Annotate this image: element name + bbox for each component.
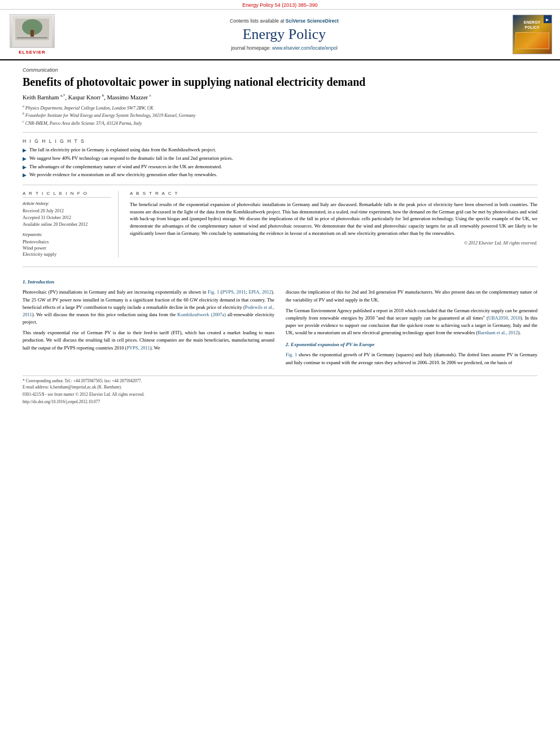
issn-line: 0301-4215/$ - see front matter © 2012 El… — [23, 392, 537, 397]
abstract-paragraph: The beneficial results of the exponentia… — [130, 201, 537, 237]
date-received: Received 20 July 2012 — [23, 208, 111, 214]
keyword-1: Photovoltaics — [23, 239, 111, 244]
abstract-col: A B S T R A C T The beneficial results o… — [130, 191, 537, 258]
homepage-line: journal homepage: www.elsevier.com/locat… — [231, 45, 338, 51]
footnote-star: * Corresponding author. Tel.: +44 207594… — [23, 378, 142, 383]
doi-line: http://dx.doi.org/10.1016/j.enpol.2012.1… — [23, 399, 537, 404]
highlight-1: ▶ The fall in electricity price in Germa… — [23, 147, 537, 154]
article-title: Benefits of photovoltaic power in supply… — [23, 75, 537, 89]
highlights-section: H I G H L I G H T S ▶ The fall in electr… — [23, 138, 537, 178]
issn-text: 0301-4215/$ - see front matter © 2012 El… — [23, 392, 145, 397]
footnote-email-line: E-mail address: k.barnham@imperial.ac.uk… — [23, 385, 537, 390]
elsevier-image — [10, 14, 55, 48]
highlight-4: ▶ We provide evidence for a moratorium o… — [23, 172, 537, 179]
section2-col2-para1: Fig. 1 shows the exponential growth of P… — [286, 351, 537, 366]
footnote-star-line: * Corresponding author. Tel.: +44 207594… — [23, 378, 537, 383]
epia2012-link[interactable]: EPIA, 2012 — [248, 289, 272, 295]
section1-col2-para1: discuss the implication of this for 2nd … — [286, 289, 537, 303]
footnote-section: * Corresponding author. Tel.: +44 207594… — [23, 375, 537, 404]
svg-rect-3 — [30, 30, 34, 37]
author-sup-c: c — [150, 93, 151, 98]
highlight-arrow-1: ▶ — [23, 147, 27, 154]
section2-title: 2. Exponential expansion of PV in Europe — [286, 341, 537, 349]
divider-3 — [23, 267, 537, 267]
svg-rect-4 — [17, 37, 47, 38]
article-info-heading: A R T I C L E I N F O — [23, 191, 111, 198]
footnote-email: E-mail address: k.barnham@imperial.ac.uk… — [23, 385, 122, 390]
article-info-col: A R T I C L E I N F O Article history: R… — [23, 191, 119, 258]
sciverse-line: Contents lists available at SciVerse Sci… — [230, 18, 339, 24]
body-col-right: discuss the implication of this for 2nd … — [286, 278, 537, 369]
divider-1 — [23, 132, 537, 133]
affiliation-a: a Physics Department, Imperial College L… — [23, 104, 537, 112]
date-accepted: Accepted 31 October 2012 — [23, 215, 111, 221]
badge-image: ▶ ENERGYPOLICY — [513, 15, 552, 54]
affiliation-c: c CNR-IMEM, Parco Area delle Scienze 37/… — [23, 119, 537, 127]
highlight-text-1: The fall in electricity price in Germany… — [29, 147, 216, 154]
author-sup-a: a,* — [60, 93, 65, 98]
journal-citation-bar: Energy Policy 54 (2013) 385–390 — [0, 0, 560, 10]
energy-policy-badge: ▶ ENERGYPOLICY — [511, 14, 553, 55]
divider-2 — [23, 185, 537, 185]
date-online: Available online 20 December 2012 — [23, 221, 111, 228]
highlight-2: ▶ We suggest how 40% PV technology can r… — [23, 155, 537, 163]
badge-flag: ▶ — [544, 15, 552, 23]
copyright-line: © 2012 Elsevier Ltd. All rights reserved… — [130, 241, 537, 246]
fig1b-link[interactable]: Fig. 1 — [286, 352, 297, 357]
highlight-arrow-3: ▶ — [23, 164, 27, 171]
journal-title: Energy Policy — [243, 26, 326, 43]
podewils-link[interactable]: Podewils et al., 2011 — [23, 304, 274, 317]
highlight-3: ▶ The advantages of the complementary na… — [23, 164, 537, 171]
highlight-text-2: We suggest how 40% PV technology can res… — [29, 155, 233, 162]
article-type-label: Communication — [23, 67, 537, 73]
section1-para1: Photovoltaic (PV) installations in Germa… — [23, 289, 274, 326]
authors-line: Keith Barnham a,*, Kaspar Knorr b, Massi… — [23, 93, 537, 101]
section1-title: 1. Introduction — [23, 278, 274, 286]
barnham2012-link[interactable]: Barnham et al., 2012 — [478, 330, 518, 335]
highlight-text-3: The advantages of the complementary natu… — [29, 164, 222, 171]
highlight-text-4: We provide evidence for a moratorium on … — [29, 172, 217, 178]
journal-citation: Energy Policy 54 (2013) 385–390 — [242, 2, 318, 8]
journal-header: ELSEVIER Contents lists available at Sci… — [0, 10, 560, 60]
affiliation-b: b Fraunhofer Institute for Wind Energy a… — [23, 111, 537, 119]
article-history-label: Article history: — [23, 201, 111, 206]
highlight-arrow-4: ▶ — [23, 172, 27, 179]
section1-body: 1. Introduction Photovoltaic (PV) instal… — [23, 278, 537, 369]
highlights-heading: H I G H L I G H T S — [23, 138, 537, 144]
elsevier-logo: ELSEVIER — [7, 14, 58, 55]
affiliations: a Physics Department, Imperial College L… — [23, 104, 537, 127]
section1-col2-para2: The German Environment Agency published … — [286, 307, 537, 337]
homepage-link[interactable]: www.elsevier.com/locate/enpol — [272, 45, 338, 51]
body-section: 1. Introduction Photovoltaic (PV) instal… — [23, 278, 537, 369]
pvps2011-link[interactable]: PVPS, 2011 — [222, 289, 246, 295]
abstract-text: The beneficial results of the exponentia… — [130, 201, 537, 237]
fig1-link[interactable]: Fig. 1 — [208, 289, 219, 295]
kombikraftwerk-link[interactable]: Kombikraftwerk (2007a) — [177, 312, 226, 317]
keyword-3: Electricity supply — [23, 251, 111, 257]
badge-label: ENERGYPOLICY — [524, 20, 541, 30]
uba2050-link[interactable]: UBA2050, 2010 — [488, 315, 520, 321]
body-col-left: 1. Introduction Photovoltaic (PV) instal… — [23, 278, 274, 369]
badge-graphic — [515, 32, 549, 49]
pvps2011b-link[interactable]: PVPS, 2011 — [126, 345, 150, 351]
main-content: Communication Benefits of photovoltaic p… — [0, 67, 560, 404]
contents-text: Contents lists available at — [230, 18, 284, 24]
author-sup-b: b — [102, 93, 104, 98]
homepage-text: journal homepage: — [231, 45, 270, 51]
keywords-label: Keywords: — [23, 232, 111, 237]
section1-para2: This steady exponential rise of German P… — [23, 329, 274, 352]
keyword-2: Wind power — [23, 245, 111, 251]
abstract-heading: A B S T R A C T — [130, 191, 537, 198]
elsevier-label: ELSEVIER — [19, 50, 46, 55]
journal-title-section: Contents lists available at SciVerse Sci… — [63, 14, 505, 55]
sciverse-link[interactable]: SciVerse ScienceDirect — [286, 18, 339, 24]
info-abstract-section: A R T I C L E I N F O Article history: R… — [23, 191, 537, 258]
highlight-arrow-2: ▶ — [23, 155, 27, 163]
doi-text: http://dx.doi.org/10.1016/j.enpol.2012.1… — [23, 399, 100, 404]
